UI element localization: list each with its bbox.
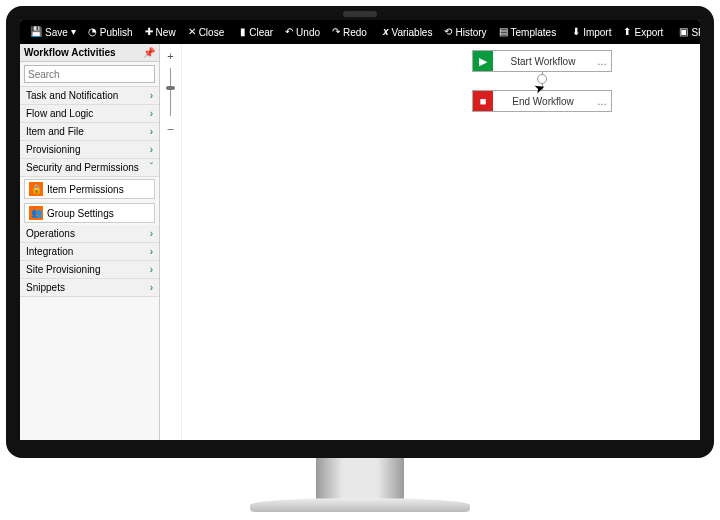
redo-icon: ↷ [332,27,340,37]
start-workflow-node[interactable]: ▶ Start Workflow … [472,50,612,72]
save-icon: 💾 [30,27,42,37]
activities-panel-title: Workflow Activities 📌 [20,44,159,62]
chevron-right-icon: › [150,282,153,293]
clear-icon: ▮ [240,27,246,37]
export-label: Export [634,27,663,38]
zoom-in-button[interactable]: + [167,50,173,62]
variables-button[interactable]: x Variables [377,20,439,44]
save-label: Save [45,27,68,38]
chevron-right-icon: › [150,126,153,137]
form-label: SPARK Initiation Form [691,27,714,38]
category-label: Flow and Logic [26,108,93,119]
category-label: Task and Notification [26,90,118,101]
category-label: Operations [26,228,75,239]
monitor-camera [343,11,377,17]
zoom-out-button[interactable]: – [167,122,173,134]
category-label: Site Provisioning [26,264,100,275]
play-icon: ▶ [473,51,493,71]
end-workflow-node[interactable]: ■ End Workflow … [472,90,612,112]
templates-icon: ▤ [499,27,508,37]
monitor-frame: 💾 Save ▾ ◔ Publish ✚ New ✕ Close ▮ Clear… [6,6,714,458]
redo-button[interactable]: ↷ Redo [326,20,373,44]
activity-label: Item Permissions [47,184,124,195]
category-task-notification[interactable]: Task and Notification › [20,87,159,105]
chevron-right-icon: › [150,108,153,119]
pin-icon[interactable]: 📌 [143,47,155,58]
new-button[interactable]: ✚ New [139,20,182,44]
category-security-permissions[interactable]: Security and Permissions ˇ [20,159,159,177]
category-label: Integration [26,246,73,257]
category-integration[interactable]: Integration › [20,243,159,261]
close-icon: ✕ [188,27,196,37]
chevron-right-icon: › [150,144,153,155]
activities-search-input[interactable] [24,65,155,83]
chevron-down-icon: ˇ [150,162,153,173]
publish-label: Publish [100,27,133,38]
undo-icon: ↶ [285,27,293,37]
chevron-right-icon: › [150,228,153,239]
publish-icon: ◔ [88,27,97,37]
history-icon: ⟲ [444,27,452,37]
category-label: Item and File [26,126,84,137]
activity-item-permissions[interactable]: 🔒 Item Permissions [24,179,155,199]
monitor-stand-neck [316,458,404,500]
chevron-right-icon: › [150,246,153,257]
category-snippets[interactable]: Snippets › [20,279,159,297]
history-button[interactable]: ⟲ History [438,20,492,44]
category-label: Provisioning [26,144,80,155]
export-button[interactable]: ⬆ Export [617,20,669,44]
close-label: Close [199,27,225,38]
templates-label: Templates [511,27,557,38]
lock-icon: 🔒 [29,182,43,196]
workflow-canvas[interactable]: ▶ Start Workflow … ■ End Workflow … ➤ [182,44,700,440]
caret-down-icon: ▾ [71,27,76,37]
variables-icon: x [383,27,389,37]
chevron-right-icon: › [150,90,153,101]
category-flow-logic[interactable]: Flow and Logic › [20,105,159,123]
node-menu-button[interactable]: … [593,96,611,107]
monitor-stand-foot [250,498,470,512]
redo-label: Redo [343,27,367,38]
category-site-provisioning[interactable]: Site Provisioning › [20,261,159,279]
import-icon: ⬇ [572,27,580,37]
node-label: End Workflow [493,96,593,107]
connector-drop-point[interactable] [537,74,547,84]
templates-button[interactable]: ▤ Templates [493,20,563,44]
activities-panel-title-text: Workflow Activities [24,47,116,58]
activities-panel: Workflow Activities 📌 Task and Notificat… [20,44,160,440]
node-menu-button[interactable]: … [593,56,611,67]
activity-group-settings[interactable]: 👥 Group Settings [24,203,155,223]
undo-button[interactable]: ↶ Undo [279,20,326,44]
undo-label: Undo [296,27,320,38]
zoom-thumb[interactable] [166,86,175,90]
category-label: Security and Permissions [26,162,139,173]
main-toolbar: 💾 Save ▾ ◔ Publish ✚ New ✕ Close ▮ Clear… [20,20,700,44]
stop-icon: ■ [473,91,493,111]
clear-button[interactable]: ▮ Clear [234,20,279,44]
clear-label: Clear [249,27,273,38]
variables-label: Variables [391,27,432,38]
category-operations[interactable]: Operations › [20,225,159,243]
save-button[interactable]: 💾 Save ▾ [24,20,82,44]
new-label: New [156,27,176,38]
form-icon: ▣ [679,27,688,37]
initiation-form-button[interactable]: ▣ SPARK Initiation Form [673,20,714,44]
close-button[interactable]: ✕ Close [182,20,231,44]
zoom-slider[interactable] [170,68,171,116]
chevron-right-icon: › [150,264,153,275]
category-label: Snippets [26,282,65,293]
history-label: History [455,27,486,38]
group-icon: 👥 [29,206,43,220]
category-item-file[interactable]: Item and File › [20,123,159,141]
import-label: Import [583,27,611,38]
zoom-control: + – [160,44,182,440]
publish-button[interactable]: ◔ Publish [82,20,139,44]
node-label: Start Workflow [493,56,593,67]
export-icon: ⬆ [623,27,631,37]
activity-label: Group Settings [47,208,114,219]
activities-search-wrap [20,62,159,87]
import-button[interactable]: ⬇ Import [566,20,617,44]
workspace: Workflow Activities 📌 Task and Notificat… [20,44,700,440]
category-provisioning[interactable]: Provisioning › [20,141,159,159]
plus-icon: ✚ [145,27,153,37]
